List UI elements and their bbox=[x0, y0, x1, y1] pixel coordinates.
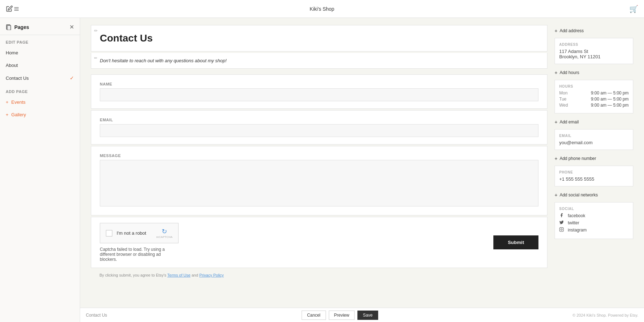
save-button[interactable]: Save bbox=[357, 311, 378, 320]
edit-list-icon[interactable] bbox=[6, 5, 19, 13]
name-input[interactable] bbox=[100, 88, 538, 101]
instagram-icon bbox=[559, 227, 565, 233]
social-widget: SOCIAL facebook twitter bbox=[555, 202, 633, 239]
phone-widget-value: +1 555 555 5555 bbox=[559, 176, 629, 182]
main-layout: Pages ✕ EDIT PAGE Home About Contact Us … bbox=[0, 18, 644, 322]
edit-page-section-label: EDIT PAGE bbox=[0, 35, 80, 47]
add-events-button[interactable]: + Events bbox=[0, 96, 80, 108]
sidebar-item-contact[interactable]: Contact Us ✓ bbox=[0, 72, 80, 84]
copyright-text: © 2024 Kiki's Shop. Powered by Etsy. bbox=[572, 313, 638, 317]
page-content: ✏ Contact Us ✏ Don't hesitate to reach o… bbox=[80, 18, 644, 308]
sidebar-item-home[interactable]: Home bbox=[0, 47, 80, 59]
twitter-icon bbox=[559, 220, 565, 226]
plus-icon-address: + bbox=[555, 28, 557, 34]
name-field-section: NAME bbox=[91, 74, 547, 109]
active-check-icon: ✓ bbox=[70, 75, 74, 81]
recaptcha-logo: ↻ reCAPTCHA bbox=[156, 228, 172, 239]
social-facebook-row: facebook bbox=[559, 213, 629, 219]
right-sidebar: + Add address ADDRESS 117 Adams St Brook… bbox=[555, 25, 633, 293]
sidebar: Pages ✕ EDIT PAGE Home About Contact Us … bbox=[0, 18, 80, 322]
pages-icon bbox=[6, 24, 11, 30]
title-section: ✏ Contact Us bbox=[91, 25, 547, 52]
add-email-button[interactable]: + Add email bbox=[555, 116, 633, 126]
email-field-section: EMAIL bbox=[91, 110, 547, 145]
form-area: ✏ Contact Us ✏ Don't hesitate to reach o… bbox=[91, 25, 547, 293]
legal-section: By clicking submit, you agree to Etsy's … bbox=[91, 269, 547, 282]
svg-rect-5 bbox=[560, 228, 564, 231]
plus-icon-email: + bbox=[555, 119, 557, 125]
terms-link[interactable]: Terms of Use bbox=[167, 273, 191, 277]
sidebar-header: Pages ✕ bbox=[0, 18, 80, 35]
address-line1: 117 Adams St bbox=[559, 49, 629, 54]
privacy-link[interactable]: Privacy Policy bbox=[199, 273, 224, 277]
content-area: ✏ Contact Us ✏ Don't hesitate to reach o… bbox=[80, 18, 644, 322]
facebook-label: facebook bbox=[568, 213, 585, 218]
hours-row-tue: Tue 9:00 am — 5:00 pm bbox=[559, 97, 629, 102]
social-instagram-row: instagram bbox=[559, 227, 629, 233]
hours-widget-label: HOURS bbox=[559, 84, 629, 88]
plus-icon-phone: + bbox=[555, 156, 557, 161]
plus-icon-events: + bbox=[6, 99, 9, 105]
description-edit-icon[interactable]: ✏ bbox=[94, 56, 97, 60]
captcha-checkbox[interactable] bbox=[106, 230, 112, 236]
hours-row-wed: Wed 9:00 am — 5:00 pm bbox=[559, 103, 629, 108]
captcha-submit-section: I'm not a robot ↻ reCAPTCHA Captcha fail… bbox=[91, 217, 547, 268]
twitter-label: twitter bbox=[568, 220, 579, 225]
close-sidebar-button[interactable]: ✕ bbox=[69, 24, 74, 30]
add-hours-button[interactable]: + Add hours bbox=[555, 67, 633, 77]
description-text: Don't hesitate to reach out with any que… bbox=[100, 58, 538, 63]
phone-widget-label: PHONE bbox=[559, 170, 629, 174]
submit-button[interactable]: Submit bbox=[493, 235, 538, 249]
bottom-action-buttons: Cancel Preview Save bbox=[302, 311, 378, 320]
address-widget: ADDRESS 117 Adams St Brooklyn, NY 11201 bbox=[555, 38, 633, 64]
email-widget-label: EMAIL bbox=[559, 134, 629, 138]
plus-icon-gallery: + bbox=[6, 112, 9, 117]
add-phone-button[interactable]: + Add phone number bbox=[555, 153, 633, 163]
email-widget-value: you@email.com bbox=[559, 140, 629, 145]
add-address-button[interactable]: + Add address bbox=[555, 25, 633, 35]
address-widget-label: ADDRESS bbox=[559, 43, 629, 47]
email-widget: EMAIL you@email.com bbox=[555, 129, 633, 150]
message-textarea[interactable] bbox=[100, 160, 538, 206]
email-input[interactable] bbox=[100, 124, 538, 137]
sidebar-header-title: Pages bbox=[6, 24, 29, 30]
message-label: MESSAGE bbox=[100, 153, 538, 158]
bottom-page-name: Contact Us bbox=[86, 313, 107, 318]
captcha-box: I'm not a robot ↻ reCAPTCHA bbox=[100, 223, 179, 243]
bottom-bar: Contact Us Cancel Preview Save © 2024 Ki… bbox=[80, 308, 644, 322]
add-page-section-label: ADD PAGE bbox=[0, 84, 80, 96]
message-field-section: MESSAGE bbox=[91, 146, 547, 215]
sidebar-item-about[interactable]: About bbox=[0, 59, 80, 72]
recaptcha-brand-label: reCAPTCHA bbox=[156, 235, 172, 239]
facebook-icon bbox=[559, 213, 565, 219]
top-bar: Kiki's Shop 🛒 bbox=[0, 0, 644, 18]
cart-icon: 🛒 bbox=[629, 5, 638, 13]
description-section: ✏ Don't hesitate to reach out with any q… bbox=[91, 53, 547, 69]
captcha-label: I'm not a robot bbox=[117, 230, 146, 236]
shop-title: Kiki's Shop bbox=[310, 6, 335, 12]
preview-button[interactable]: Preview bbox=[329, 311, 355, 320]
pages-label: Pages bbox=[14, 24, 29, 30]
instagram-label: instagram bbox=[568, 228, 587, 233]
add-gallery-button[interactable]: + Gallery bbox=[0, 108, 80, 121]
hours-widget: HOURS Mon 9:00 am — 5:00 pm Tue 9:00 am … bbox=[555, 80, 633, 113]
page-main-title: Contact Us bbox=[100, 33, 538, 44]
name-label: NAME bbox=[100, 82, 538, 86]
social-widget-label: SOCIAL bbox=[559, 207, 629, 211]
phone-widget: PHONE +1 555 555 5555 bbox=[555, 166, 633, 186]
captcha-error-text: Captcha failed to load. Try using a diff… bbox=[100, 245, 171, 262]
recaptcha-icon: ↻ bbox=[162, 228, 167, 235]
social-twitter-row: twitter bbox=[559, 220, 629, 226]
plus-icon-hours: + bbox=[555, 70, 557, 75]
cancel-button[interactable]: Cancel bbox=[302, 311, 326, 320]
cart-icon-container[interactable]: 🛒 bbox=[629, 5, 638, 13]
top-bar-left-icons bbox=[6, 5, 19, 13]
title-edit-icon[interactable]: ✏ bbox=[94, 28, 98, 33]
hours-row-mon: Mon 9:00 am — 5:00 pm bbox=[559, 91, 629, 96]
add-social-button[interactable]: + Add social networks bbox=[555, 189, 633, 199]
address-line2: Brooklyn, NY 11201 bbox=[559, 54, 629, 59]
email-label: EMAIL bbox=[100, 118, 538, 122]
plus-icon-social: + bbox=[555, 192, 557, 198]
svg-rect-4 bbox=[7, 25, 11, 30]
legal-text: By clicking submit, you agree to Etsy's … bbox=[99, 273, 539, 277]
